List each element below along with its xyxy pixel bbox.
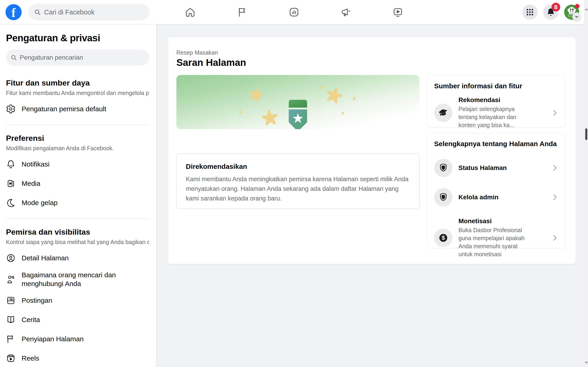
nav-pages-tab[interactable]: [216, 0, 268, 24]
gear-icon: [6, 104, 16, 114]
main-nav-tabs: [164, 0, 424, 24]
star-icon: [249, 88, 263, 102]
scroll-down-arrow-icon[interactable]: [585, 362, 588, 364]
reels-icon: [6, 353, 16, 363]
suggestions-banner-illustration: [176, 75, 419, 129]
sidebar-item-notifications[interactable]: Notifikasi: [6, 158, 149, 171]
bookmark-badge-icon: [286, 98, 309, 129]
sidebar-item-page-details[interactable]: Detail Halaman: [6, 251, 149, 265]
profile-notification-dot: [575, 4, 579, 8]
sidebar-item-posts[interactable]: Postingan: [6, 294, 149, 307]
dollar-icon: $: [438, 233, 449, 243]
top-right-controls: 8 Resep Bu ★ ★ ★: [522, 5, 579, 20]
book-icon: [6, 315, 16, 325]
settings-search-input[interactable]: [20, 54, 139, 61]
section-subtitle: Fitur kami membantu Anda mengontrol dan …: [6, 90, 149, 96]
star-icon: [351, 96, 357, 101]
sparkle-icon: [237, 109, 243, 115]
more-item-page-status[interactable]: Status Halaman: [434, 159, 559, 177]
sidebar-item-label: Detail Halaman: [22, 254, 69, 262]
media-icon: [6, 179, 16, 188]
settings-sidebar: Pengaturan & privasi Fitur dan sumber da…: [0, 24, 156, 367]
recommended-card: Direkomendasikan Kami membantu Anda meni…: [176, 153, 420, 209]
divider: [6, 125, 149, 125]
chevron-right-icon: [551, 164, 559, 172]
more-item-manage-admins[interactable]: Kelola admin: [434, 188, 559, 206]
facebook-logo[interactable]: f: [6, 4, 22, 20]
notifications-button[interactable]: 8: [543, 5, 558, 20]
chevron-right-icon: [551, 234, 559, 242]
recommended-body: Kami membantu Anda meningkatkan pemirsa …: [186, 175, 410, 203]
megaphone-icon: [340, 7, 351, 18]
post-card-icon: [6, 296, 16, 305]
flag-icon: [6, 334, 16, 344]
grid-icon: [525, 8, 535, 17]
nav-video-tab[interactable]: [372, 0, 424, 24]
resources-item-recommendations[interactable]: Rekomendasi Pelajari selengkapnya tentan…: [434, 96, 559, 129]
section-heading: Preferensi: [6, 134, 149, 143]
sidebar-item-label: Cerita: [22, 315, 40, 324]
page-suggestions-panel: Resep Masakan Saran Halaman: [168, 37, 576, 264]
person-search-icon: [6, 275, 16, 284]
sidebar-item-stories[interactable]: Cerita: [6, 313, 149, 326]
sidebar-item-default-audience[interactable]: Pengaturan pemirsa default: [6, 102, 149, 116]
search-icon: [10, 54, 17, 61]
top-navigation-bar: f 8: [0, 0, 588, 24]
breadcrumb: Resep Masakan: [176, 49, 218, 56]
sidebar-item-label: Media: [22, 179, 40, 188]
sidebar-item-label: Mode gelap: [22, 198, 58, 207]
resources-item-description: Pelajari selengkapnya tentang kelayakan …: [458, 105, 532, 129]
global-search[interactable]: [28, 4, 149, 20]
more-item-description: Buka Dasbor Profesional guna mempelajari…: [458, 226, 532, 258]
flag-icon: [237, 7, 248, 18]
sidebar-item-label: Reels: [22, 354, 39, 363]
resources-card-title: Sumber informasi dan fitur: [434, 82, 559, 90]
more-card-title: Selengkapnya tentang Halaman Anda: [434, 140, 559, 148]
more-item-title: Monetisasi: [458, 217, 532, 225]
search-input[interactable]: [44, 8, 141, 16]
star-icon: [326, 87, 342, 104]
more-item-monetization[interactable]: $ Monetisasi Buka Dasbor Profesional gun…: [434, 217, 559, 258]
nav-home-tab[interactable]: [164, 0, 216, 24]
svg-text:$: $: [442, 235, 445, 241]
sidebar-title: Pengaturan & privasi: [6, 33, 149, 44]
sidebar-item-reels[interactable]: Reels: [6, 352, 149, 365]
sidebar-item-label: Postingan: [22, 296, 52, 305]
resources-card: Sumber informasi dan fitur Rekomendasi: [427, 75, 566, 127]
more-item-title: Status Halaman: [458, 164, 507, 172]
page-scrollbar[interactable]: [584, 0, 588, 367]
divider: [6, 219, 149, 219]
more-item-title: Kelola admin: [458, 194, 498, 201]
sidebar-item-label: Penyiapan Halaman: [22, 335, 84, 343]
apps-menu-button[interactable]: [522, 5, 537, 20]
scroll-up-arrow-icon[interactable]: [585, 8, 588, 10]
sidebar-item-dark-mode[interactable]: Mode gelap: [6, 196, 149, 209]
person-circle-icon: [6, 253, 16, 263]
sidebar-item-media[interactable]: Media: [6, 177, 149, 190]
page-title: Saran Halaman: [176, 57, 246, 68]
sidebar-item-page-setup[interactable]: Penyiapan Halaman: [6, 332, 149, 346]
sidebar-item-label: Notifikasi: [22, 160, 50, 169]
profile-menu-button[interactable]: Resep Bu ★ ★ ★: [564, 5, 579, 20]
resources-item-title: Rekomendasi: [458, 96, 532, 104]
shield-icon: [438, 192, 449, 202]
sparkle-icon: [319, 85, 325, 91]
recommended-title: Direkomendasikan: [186, 163, 410, 170]
settings-search[interactable]: [6, 50, 149, 66]
nav-ads-tab[interactable]: [320, 0, 372, 24]
moon-icon: [6, 198, 16, 208]
nav-insights-tab[interactable]: [268, 0, 320, 24]
scrollbar-thumb[interactable]: [585, 128, 587, 140]
home-icon: [185, 7, 196, 18]
video-icon: [392, 7, 403, 18]
sidebar-item-how-people-find[interactable]: Bagaimana orang mencari dan menghubungi …: [6, 271, 149, 288]
more-about-page-card: Selengkapnya tentang Halaman Anda Status…: [427, 133, 566, 248]
star-icon: [261, 110, 278, 127]
education-icon: [438, 108, 449, 118]
main-content: Resep Masakan Saran Halaman: [156, 24, 584, 367]
section-subtitle: Kontrol siapa yang bisa melihat hal yang…: [6, 239, 149, 245]
shield-icon: [438, 163, 449, 173]
section-heading: Pemirsa dan visibilitas: [6, 227, 149, 236]
chevron-down-icon: [572, 12, 581, 21]
sparkle-icon: [340, 110, 346, 116]
